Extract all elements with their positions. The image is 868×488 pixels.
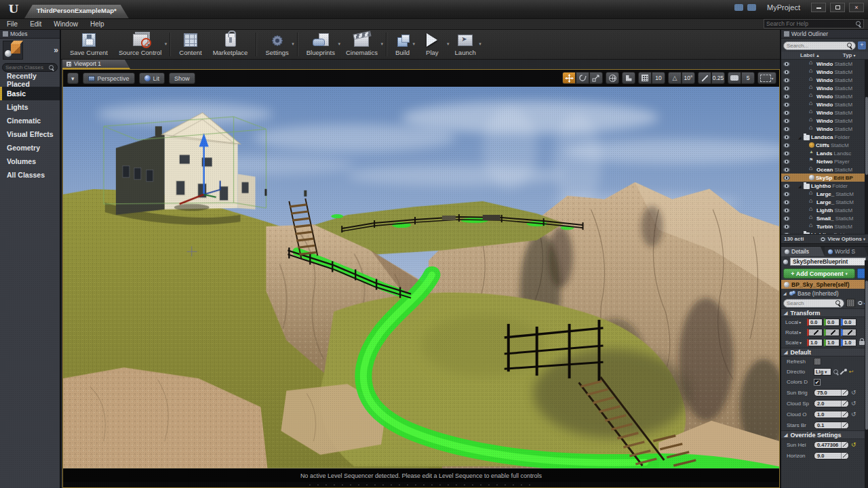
modes-category-item[interactable]: Volumes [0,155,60,168]
use-selected-icon[interactable]: ↩ [849,369,854,375]
eyedropper-icon[interactable] [841,369,847,375]
maximize-viewport-button[interactable]: ▾ [757,72,776,84]
modes-category-item[interactable]: Recently Placed [0,73,60,87]
world-outliner-header[interactable]: World Outliner [781,30,868,39]
surface-snapping-button[interactable] [622,72,635,84]
base-inherited-row[interactable]: ◢ Base (Inherited) [781,289,868,298]
outliner-actor-row[interactable]: Windo StaticM [781,100,868,108]
maximize-button[interactable] [830,3,845,12]
outliner-actor-row[interactable]: Windo StaticM [781,60,868,68]
outliner-actor-row[interactable]: Large_ StaticM [781,190,868,198]
browse-icon[interactable] [833,369,839,375]
section-override-settings[interactable]: ◢Override Settings [781,430,868,439]
visibility-eye-icon[interactable] [783,110,790,115]
grid-snap-value[interactable]: 10 [652,72,665,84]
scale-tool-button[interactable] [589,72,603,84]
visibility-eye-icon[interactable] [783,70,790,75]
visibility-eye-icon[interactable] [783,232,790,235]
camera-speed-value[interactable]: 5 [741,72,755,84]
visibility-eye-icon[interactable] [783,200,790,205]
numeric-input[interactable]: 75.0 [814,389,849,396]
slider-expander-icon[interactable] [841,442,848,448]
modes-category-item[interactable]: Visual Effects [0,127,60,141]
outliner-actor-row[interactable]: Netwo Player [781,157,868,165]
search-classes-box[interactable] [2,63,58,72]
blueprints-button[interactable]: Blueprints▾ [301,30,340,59]
details-search-input[interactable] [787,300,834,306]
reset-to-default-icon[interactable]: ↺ [851,441,857,448]
lit-mode-button[interactable]: Lit [139,73,165,84]
add-component-button[interactable]: + Add Component▾ [783,268,855,279]
refresh-button[interactable] [814,358,821,365]
modes-panel-header[interactable]: Modes [0,30,60,39]
outliner-actor-row[interactable]: Cliffs StaticM [781,141,868,149]
outliner-actor-row[interactable]: Lands Landsc [781,149,868,157]
visibility-eye-icon[interactable] [783,102,790,107]
scale-snap-value[interactable]: 0.25 [711,72,725,84]
viewport-options-dropdown[interactable]: ▾ [67,73,79,84]
numeric-input[interactable]: 2.0 [814,400,849,407]
outliner-add-button[interactable]: + [858,41,866,49]
launch-button[interactable]: Launch▾ [450,30,481,59]
outliner-actor-row[interactable]: SkySp Edit BP [781,174,868,182]
numeric-input[interactable]: 0.1 [814,422,849,429]
outliner-actor-row[interactable]: Large_ StaticM [781,198,868,206]
rotation-x-dial[interactable] [807,329,823,336]
viewport-tab[interactable]: Viewport 1 [62,60,130,69]
menu-help[interactable]: Help [90,20,104,28]
scale-x-field[interactable]: 1.0 [807,339,823,346]
location-x-field[interactable]: 0.0 [807,319,823,326]
search-for-help-box[interactable] [764,19,864,28]
rotate-tool-button[interactable] [576,72,589,84]
outliner-actor-row[interactable]: ◢ Lighting Folder [781,230,868,234]
modes-category-item[interactable]: Geometry [0,141,60,155]
expander-arrow-icon[interactable]: ◢ [798,135,802,140]
scale-label[interactable]: Scale▾ [785,340,806,346]
reset-to-default-icon[interactable]: ↺ [851,400,857,407]
outliner-search-input[interactable] [787,43,846,49]
world-local-toggle[interactable] [606,72,619,84]
visibility-eye-icon[interactable] [783,135,790,140]
rotation-label[interactable]: Rotat▾ [785,329,806,336]
save-current-button[interactable]: Save Current [64,30,113,59]
component-self-row[interactable]: BP_Sky_Sphere(self) [781,280,868,289]
scale-z-field[interactable]: 1.0 [841,339,856,346]
play-button[interactable]: Play▾ [415,30,449,59]
reset-to-default-icon[interactable]: ↺ [851,411,857,418]
community-icon[interactable] [747,4,756,11]
directional-light-dropdown[interactable]: Lig▾ [814,368,831,375]
outliner-actor-row[interactable]: ◢ Lightho Folder [781,182,868,190]
actor-name-field[interactable]: SkySphereBlueprint [790,258,866,266]
slider-expander-icon[interactable] [841,401,848,407]
expand-chevrons-icon[interactable]: » [54,45,57,55]
details-scrollbar[interactable] [865,260,868,488]
close-button[interactable]: × [849,3,864,12]
scale-y-field[interactable]: 1.0 [824,339,840,346]
visibility-eye-icon[interactable] [783,86,790,91]
tab-world-settings[interactable]: World S [825,247,868,256]
expander-arrow-icon[interactable]: ◢ [798,232,802,235]
slider-expander-icon[interactable] [841,453,848,459]
scale-snap-toggle[interactable] [698,72,711,84]
modes-category-item[interactable]: Basic [0,87,60,100]
visibility-eye-icon[interactable] [783,159,790,164]
outliner-column-headers[interactable]: Label▲ Typ▾ [781,52,868,60]
marketplace-button[interactable]: Marketplace [208,30,254,59]
location-label[interactable]: Local▾ [785,319,806,325]
perspective-button[interactable]: Perspective [83,73,135,84]
visibility-eye-icon[interactable] [783,224,790,229]
translate-tool-button[interactable] [562,72,576,84]
slider-expander-icon[interactable] [841,411,848,418]
outliner-actor-row[interactable]: Lighth StaticM [781,206,868,214]
rotation-z-dial[interactable] [841,329,856,336]
colors-checkbox[interactable]: ✔ [814,379,821,386]
outliner-actor-row[interactable]: Windo StaticM [781,76,868,84]
visibility-eye-icon[interactable] [783,94,790,99]
property-matrix-button[interactable] [846,299,855,307]
visibility-eye-icon[interactable] [783,119,790,123]
settings-button[interactable]: Settings▾ [260,30,294,59]
place-mode-thumbnail[interactable] [3,41,23,60]
feedback-icon[interactable] [734,4,743,11]
show-flags-button[interactable]: Show [169,73,195,84]
uniform-scale-lock-icon[interactable] [859,341,865,345]
